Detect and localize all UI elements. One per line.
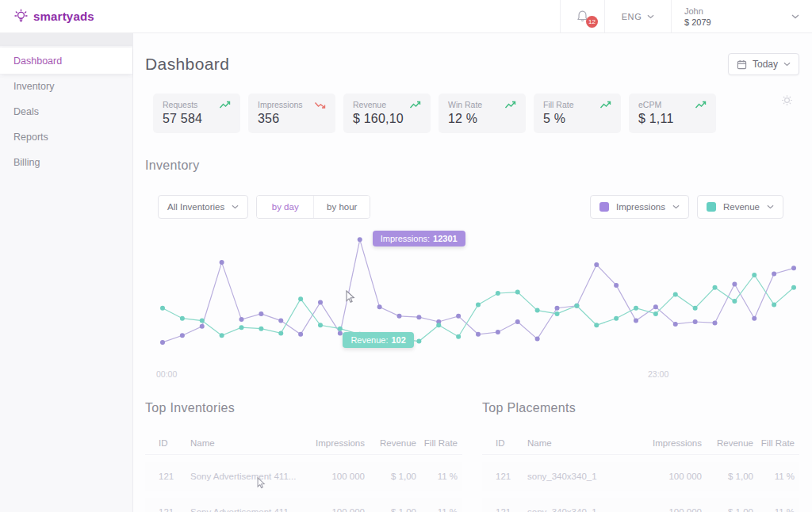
data-point-impressions[interactable] — [673, 322, 678, 327]
sidebar-item-inventory[interactable]: Inventory — [0, 74, 132, 99]
data-point-revenue[interactable] — [634, 306, 638, 311]
data-point-revenue[interactable] — [220, 333, 224, 338]
data-point-impressions[interactable] — [200, 324, 205, 329]
data-point-revenue[interactable] — [653, 311, 658, 316]
data-point-impressions[interactable] — [732, 281, 737, 286]
series-select-revenue[interactable]: Revenue — [697, 195, 783, 219]
data-point-impressions[interactable] — [239, 317, 244, 322]
data-point-revenue[interactable] — [535, 308, 540, 313]
stat-card-label: Requests — [163, 100, 197, 109]
series-line-impressions — [163, 239, 794, 342]
notifications-button[interactable]: 12 — [560, 0, 604, 32]
language-selector[interactable]: ENG — [604, 0, 671, 32]
data-point-impressions[interactable] — [358, 237, 362, 242]
data-point-impressions[interactable] — [594, 262, 599, 267]
inventory-name-link[interactable]: Sony Advertisement 411... — [190, 507, 296, 512]
chevron-down-icon — [672, 204, 680, 209]
data-point-impressions[interactable] — [614, 283, 619, 288]
data-point-revenue[interactable] — [476, 302, 481, 307]
data-point-revenue[interactable] — [574, 304, 579, 308]
data-point-impressions[interactable] — [377, 304, 382, 309]
settings-gear-icon[interactable] — [781, 94, 793, 109]
data-point-impressions[interactable] — [220, 260, 224, 265]
data-point-impressions[interactable] — [772, 272, 776, 277]
data-point-revenue[interactable] — [791, 285, 796, 290]
stat-card-ecpm: eCPM$ 1,11 — [629, 94, 716, 133]
data-point-impressions[interactable] — [397, 314, 402, 319]
chevron-down-icon — [783, 62, 791, 67]
data-point-impressions[interactable] — [278, 319, 283, 323]
data-point-impressions[interactable] — [555, 306, 560, 311]
data-point-revenue[interactable] — [200, 319, 205, 323]
language-label: ENG — [622, 12, 642, 21]
data-point-impressions[interactable] — [752, 316, 756, 321]
data-point-impressions[interactable] — [496, 330, 500, 334]
user-menu[interactable]: John $ 2079 — [671, 0, 812, 32]
stat-card-value: $ 160,10 — [353, 112, 421, 126]
data-point-revenue[interactable] — [436, 323, 441, 327]
data-point-revenue[interactable] — [732, 299, 737, 304]
inventory-chart[interactable]: 00:00 23:00 Impressions:12301Revenue:102 — [145, 230, 799, 380]
date-filter-button[interactable]: Today — [728, 53, 799, 75]
data-point-impressions[interactable] — [515, 319, 520, 324]
data-point-revenue[interactable] — [160, 306, 165, 311]
data-point-impressions[interactable] — [416, 315, 421, 319]
sidebar-item-dashboard[interactable]: Dashboard — [0, 48, 132, 74]
data-point-revenue[interactable] — [278, 331, 283, 335]
data-point-revenue[interactable] — [673, 292, 678, 296]
cell-name: Sony Advertisement 411... — [190, 507, 301, 512]
data-point-impressions[interactable] — [476, 332, 481, 337]
series-selectors: ImpressionsRevenue — [590, 195, 783, 219]
cell-revenue: $ 1,00 — [365, 472, 416, 481]
smartyads-logo[interactable]: smartyads — [0, 0, 133, 32]
data-point-impressions[interactable] — [791, 266, 796, 270]
inventory-section-title: Inventory — [145, 159, 799, 173]
data-point-revenue[interactable] — [693, 306, 698, 311]
data-point-revenue[interactable] — [594, 323, 599, 327]
table-row: 121sony_340x340_1100 000$ 1,0011 % — [482, 462, 799, 491]
data-point-impressions[interactable] — [259, 311, 263, 316]
data-point-revenue[interactable] — [298, 296, 303, 301]
stat-card-value: 5 % — [543, 112, 611, 126]
data-point-impressions[interactable] — [298, 332, 303, 337]
data-point-revenue[interactable] — [515, 290, 520, 295]
inventory-name-link[interactable]: Sony Advertisement 411... — [190, 472, 296, 481]
sidebar-item-deals[interactable]: Deals — [0, 99, 132, 124]
line-chart-canvas[interactable] — [156, 230, 800, 365]
x-axis-tick-start: 00:00 — [156, 369, 177, 379]
data-point-impressions[interactable] — [653, 304, 658, 309]
toggle-by-hour[interactable]: by hour — [313, 196, 370, 218]
data-point-impressions[interactable] — [338, 331, 343, 335]
data-point-revenue[interactable] — [713, 285, 718, 290]
data-point-impressions[interactable] — [318, 300, 323, 305]
cell-fill-rate: 11 % — [416, 472, 462, 481]
data-point-revenue[interactable] — [555, 311, 560, 316]
data-point-revenue[interactable] — [239, 325, 244, 330]
sidebar-item-billing[interactable]: Billing — [0, 150, 132, 175]
trend-up-icon — [504, 101, 516, 109]
data-point-revenue[interactable] — [318, 323, 323, 327]
toggle-by-day[interactable]: by day — [257, 196, 313, 218]
user-balance: $ 2079 — [684, 17, 711, 27]
data-point-revenue[interactable] — [416, 338, 421, 343]
data-point-impressions[interactable] — [180, 333, 185, 338]
chart-tooltip-impressions: Impressions:12301 — [373, 231, 465, 246]
data-point-revenue[interactable] — [456, 334, 461, 339]
data-point-revenue[interactable] — [180, 316, 185, 321]
data-point-revenue[interactable] — [496, 291, 500, 296]
data-point-revenue[interactable] — [338, 327, 343, 331]
inventory-filter-value: All Inventories — [167, 202, 224, 212]
data-point-impressions[interactable] — [160, 340, 165, 345]
sidebar-item-reports[interactable]: Reports — [0, 124, 132, 150]
data-point-impressions[interactable] — [456, 314, 461, 319]
data-point-impressions[interactable] — [713, 320, 718, 325]
data-point-impressions[interactable] — [693, 319, 698, 324]
data-point-impressions[interactable] — [634, 319, 638, 323]
data-point-revenue[interactable] — [772, 302, 776, 307]
data-point-revenue[interactable] — [259, 327, 263, 331]
inventory-filter-select[interactable]: All Inventories — [158, 195, 248, 219]
data-point-revenue[interactable] — [614, 316, 619, 321]
data-point-impressions[interactable] — [535, 337, 540, 342]
series-select-impressions[interactable]: Impressions — [590, 195, 689, 219]
data-point-revenue[interactable] — [752, 273, 756, 277]
